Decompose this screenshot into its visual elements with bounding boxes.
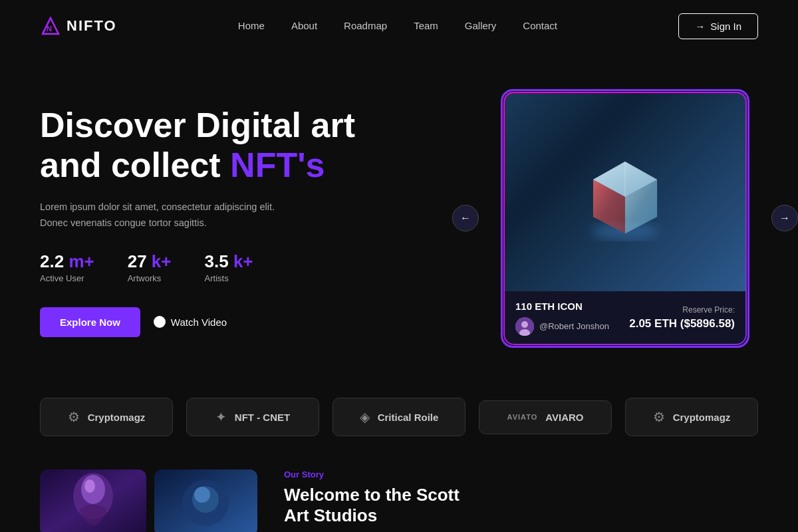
partner-icon-2: ✦ [215,409,227,425]
partner-icon-5: ⚙ [653,409,665,425]
our-story-title: Welcome to the Scott Art Studios [284,485,758,526]
nft-info-right: Reserve Price: 2.05 ETH ($5896.58) [629,305,735,331]
bottom-image-2 [154,469,257,532]
svg-point-21 [194,487,210,503]
nav-contact[interactable]: Contact [523,20,557,31]
avatar-svg [515,317,534,336]
our-story-title-line1: Welcome to the Scott [284,485,460,505]
stat-artists-label: Artists [205,273,253,283]
logo-icon: N [40,15,61,37]
partner-name-2: NFT - CNET [235,412,290,423]
reserve-label: Reserve Price: [629,305,735,315]
nav-about[interactable]: About [291,20,317,31]
nft-card: 110 ETH ICON @Robert Jonshon [502,90,748,346]
our-story-label: Our Story [284,469,758,479]
partner-critical-roile[interactable]: ◈ Critical Roile [332,398,466,436]
hero-buttons: Explore Now ▶ Watch Video [40,307,492,337]
nav-team[interactable]: Team [414,20,438,31]
hero-title-line2-plain: and collect [40,146,230,184]
carousel-next-button[interactable]: → [771,205,798,231]
bottom-image-1 [40,469,146,532]
sign-in-label: Sign In [710,21,741,32]
stat-artworks-number: 27 k+ [128,251,172,272]
partner-name-1: Cryptomagz [88,412,146,423]
navbar: N NIFTO Home About Roadmap Team Gallery … [0,0,798,52]
bottom-image-1-svg [40,469,146,532]
partner-name-5: Cryptomagz [673,412,731,423]
hero-left: Discover Digital art and collect NFT's L… [40,99,492,337]
stat-active-user-number: 2.2 m+ [40,251,94,272]
explore-now-button[interactable]: Explore Now [40,307,140,337]
stat-artists: 3.5 k+ Artists [205,251,253,283]
bottom-image-2-svg [154,469,257,532]
partner-name-4: AVIARO [545,412,583,423]
logo[interactable]: N NIFTO [40,15,117,37]
stat-artworks: 27 k+ Artworks [128,251,172,283]
nav-gallery[interactable]: Gallery [465,20,497,31]
stat-active-user-label: Active User [40,273,94,283]
hero-right: ← [492,90,758,346]
reserve-price: 2.05 ETH ($5896.58) [629,317,735,331]
hero-description: Lorem ipsum dolor sit amet, consectetur … [40,199,293,231]
sign-in-arrow-icon: → [695,21,705,32]
partner-aviaro[interactable]: AVIATO AVIARO [479,400,612,434]
partner-icon-1: ⚙ [68,409,80,425]
hero-desc-line2: Donec venenatis congue tortor sagittis. [40,217,207,228]
stat-active-user: 2.2 m+ Active User [40,251,94,283]
watch-video-label: Watch Video [171,317,227,328]
partner-nft-cnet[interactable]: ✦ NFT - CNET [186,398,319,436]
nav-links: Home About Roadmap Team Gallery Contact [238,20,557,32]
svg-point-12 [521,321,528,328]
partners-strip: ⚙ Cryptomagz ✦ NFT - CNET ◈ Critical Roi… [0,378,798,456]
nft-name: 110 ETH ICON [515,301,609,312]
crystal-cube-svg [559,125,692,258]
partner-cryptomagz-1[interactable]: ⚙ Cryptomagz [40,398,173,436]
stat-artists-number: 3.5 k+ [205,251,253,272]
svg-point-17 [84,479,95,493]
play-icon: ▶ [154,316,166,328]
stat-artworks-label: Artworks [128,273,172,283]
svg-text:N: N [47,25,52,33]
nft-author: @Robert Jonshon [515,317,609,336]
hero-title-line1: Discover Digital art [40,106,355,144]
hero-title: Discover Digital art and collect NFT's [40,106,492,186]
hero-title-highlight: NFT's [230,146,325,184]
partner-cryptomagz-2[interactable]: ⚙ Cryptomagz [625,398,758,436]
nav-roadmap[interactable]: Roadmap [344,20,387,31]
nft-card-info: 110 ETH ICON @Robert Jonshon [503,291,747,345]
author-avatar [515,317,534,336]
hero-desc-line1: Lorem ipsum dolor sit amet, consectetur … [40,201,275,212]
hero-section: Discover Digital art and collect NFT's L… [0,52,798,371]
nft-info-left: 110 ETH ICON @Robert Jonshon [515,301,609,336]
carousel-prev-button[interactable]: ← [452,205,479,231]
bottom-section: Our Story Welcome to the Scott Art Studi… [0,456,798,532]
partner-icon-4: AVIATO [507,413,538,421]
nav-home[interactable]: Home [238,20,265,31]
bottom-text: Our Story Welcome to the Scott Art Studi… [284,469,758,526]
nft-image [503,92,747,291]
partner-icon-3: ◈ [360,409,370,425]
author-name: @Robert Jonshon [539,321,609,331]
stats-row: 2.2 m+ Active User 27 k+ Artworks 3.5 k+… [40,251,492,283]
partner-name-3: Critical Roile [378,412,439,423]
bottom-images [40,469,257,532]
our-story-title-line2: Art Studios [284,505,377,525]
watch-video-button[interactable]: ▶ Watch Video [154,316,227,328]
sign-in-button[interactable]: → Sign In [678,13,758,39]
logo-text: NIFTO [66,17,117,35]
nft-card-wrapper: 110 ETH ICON @Robert Jonshon [502,90,748,346]
